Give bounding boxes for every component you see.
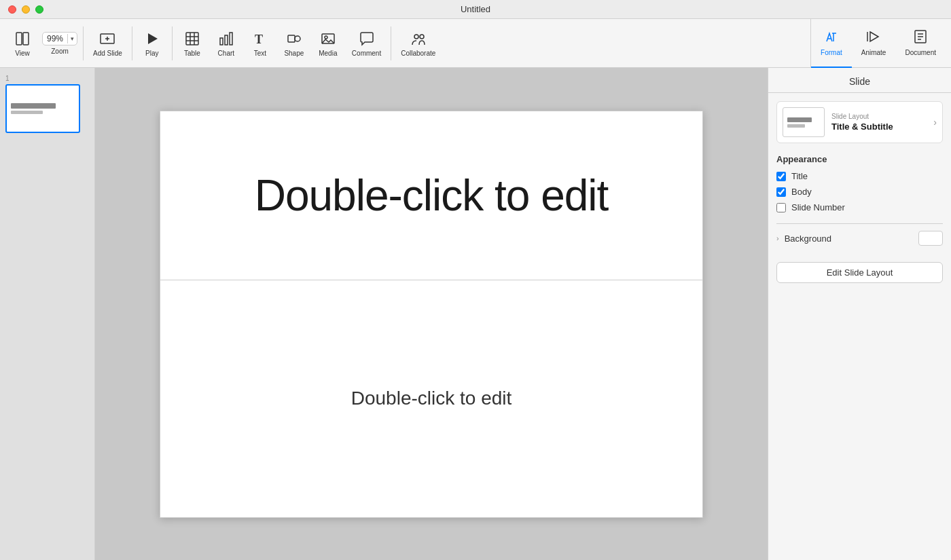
layout-thumb-title-line: [787, 117, 812, 122]
zoom-control[interactable]: 99% ▾: [42, 32, 77, 45]
layout-label: Slide Layout: [831, 113, 927, 120]
slide-subtitle-box[interactable]: Double-click to edit: [160, 280, 703, 518]
slide-number: 1: [5, 75, 89, 82]
canvas-area: Double-click to edit Double-click to edi…: [95, 68, 768, 560]
svg-rect-15: [288, 35, 295, 42]
slide-thumbnail-image[interactable]: [5, 84, 80, 133]
svg-marker-5: [148, 33, 158, 44]
collaborate-button[interactable]: Collaborate: [394, 25, 442, 61]
edit-layout-button[interactable]: Edit Slide Layout: [776, 262, 943, 283]
shape-label: Shape: [284, 50, 304, 57]
document-label: Document: [905, 49, 936, 56]
chart-button[interactable]: Chart: [209, 25, 243, 61]
layout-chevron-icon: ›: [933, 117, 937, 128]
background-row[interactable]: › Background: [776, 231, 943, 246]
toolbar-separator-4: [391, 26, 391, 60]
layout-info: Slide Layout Title & Subtitle: [831, 113, 927, 132]
svg-rect-13: [230, 33, 232, 45]
zoom-group: 99% ▾ Zoom: [39, 28, 80, 59]
background-chevron-icon: ›: [776, 234, 779, 242]
svg-point-16: [295, 36, 300, 41]
comment-icon: [357, 29, 376, 48]
thumb-title-line: [11, 103, 56, 109]
title-checkbox[interactable]: [776, 172, 786, 181]
slide-title-box[interactable]: Double-click to edit: [160, 111, 703, 280]
window-title: Untitled: [461, 4, 490, 14]
title-checkbox-label: Title: [791, 171, 808, 181]
table-button[interactable]: Table: [175, 25, 209, 61]
appearance-title: Appearance: [776, 154, 943, 164]
comment-label: Comment: [352, 50, 381, 57]
svg-rect-1: [23, 33, 29, 45]
svg-point-19: [414, 35, 418, 39]
slide-thumb-content: [7, 86, 79, 132]
background-label: Background: [785, 234, 913, 244]
comment-button[interactable]: Comment: [345, 25, 388, 61]
titlebar: Untitled: [0, 0, 951, 19]
layout-thumbnail: [783, 107, 825, 137]
animate-label: Animate: [861, 49, 886, 56]
zoom-value: 99%: [43, 33, 67, 45]
format-tabs: Format Animate Document: [810, 19, 946, 68]
body-checkbox[interactable]: [776, 187, 786, 197]
slide-panel: 1: [0, 68, 95, 560]
text-icon: T: [251, 29, 270, 48]
svg-point-20: [420, 35, 424, 39]
background-swatch[interactable]: [918, 231, 943, 246]
format-tab[interactable]: Format: [811, 19, 852, 68]
slide-canvas[interactable]: Double-click to edit Double-click to edi…: [160, 111, 703, 518]
slide-number-checkbox-label: Slide Number: [791, 202, 845, 212]
play-icon: [143, 29, 162, 48]
appearance-section: Appearance Title Body Slide Number: [776, 154, 943, 212]
media-label: Media: [319, 50, 337, 57]
toolbar-separator-3: [172, 26, 173, 60]
body-checkbox-row: Body: [776, 187, 943, 197]
close-button[interactable]: [8, 5, 16, 14]
layout-name: Title & Subtitle: [831, 122, 927, 132]
slide-subtitle-text[interactable]: Double-click to edit: [351, 388, 512, 409]
document-tab[interactable]: Document: [895, 19, 946, 68]
minimize-button[interactable]: [22, 5, 30, 14]
body-checkbox-label: Body: [791, 187, 812, 197]
toolbar-separator-2: [132, 26, 132, 60]
svg-point-18: [325, 36, 327, 39]
slide-title-text[interactable]: Double-click to edit: [255, 170, 609, 221]
view-button[interactable]: View: [5, 25, 39, 61]
background-section: › Background: [776, 223, 943, 246]
media-button[interactable]: Media: [311, 25, 345, 61]
play-label: Play: [145, 50, 158, 57]
add-slide-icon: [98, 29, 117, 48]
slide-number-checkbox[interactable]: [776, 203, 786, 212]
toolbar: View 99% ▾ Zoom Add Slide Play: [0, 19, 951, 68]
layout-thumb-sub-line: [787, 124, 805, 128]
slide-1-thumbnail[interactable]: 1: [5, 75, 89, 133]
thumb-sub-line: [11, 111, 43, 114]
format-label: Format: [821, 49, 842, 56]
layout-section[interactable]: Slide Layout Title & Subtitle ›: [776, 101, 943, 143]
view-label: View: [15, 50, 30, 57]
right-panel-header: Slide: [768, 68, 951, 93]
play-button[interactable]: Play: [135, 25, 169, 61]
shape-button[interactable]: Shape: [277, 25, 311, 61]
toolbar-separator-1: [83, 26, 84, 60]
text-button[interactable]: T Text: [243, 25, 277, 61]
svg-text:T: T: [255, 33, 263, 46]
add-slide-button[interactable]: Add Slide: [86, 25, 129, 61]
chart-icon: [217, 29, 236, 48]
animate-tab[interactable]: Animate: [852, 19, 896, 68]
slide-number-checkbox-row: Slide Number: [776, 202, 943, 212]
svg-rect-12: [225, 35, 228, 45]
media-icon: [319, 29, 338, 48]
main-area: 1 Double-click to edit Double-click to e…: [0, 68, 951, 560]
maximize-button[interactable]: [35, 5, 43, 14]
format-icon: [824, 29, 839, 48]
svg-rect-11: [220, 38, 223, 45]
animate-icon: [866, 29, 881, 48]
shape-icon: [285, 29, 304, 48]
title-checkbox-row: Title: [776, 171, 943, 181]
svg-marker-24: [870, 32, 878, 41]
text-label: Text: [254, 50, 266, 57]
table-icon: [183, 29, 202, 48]
svg-rect-0: [16, 33, 22, 45]
svg-rect-6: [186, 33, 198, 45]
